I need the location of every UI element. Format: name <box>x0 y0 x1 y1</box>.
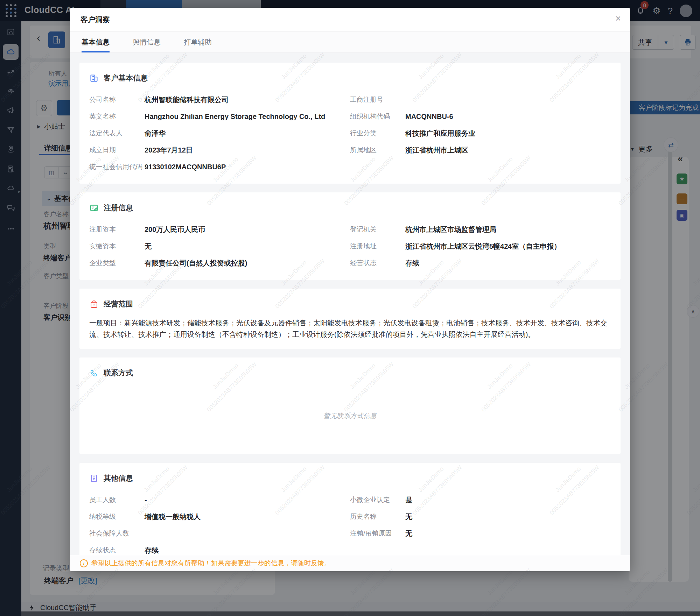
section-business-scope: 经营范围 一般项目：新兴能源技术研发；储能技术服务；光伏设备及元器件销售；太阳能… <box>79 289 621 349</box>
field-row: 小微企业认定是 <box>350 491 611 508</box>
business-scope-text: 一般项目：新兴能源技术研发；储能技术服务；光伏设备及元器件销售；太阳能发电技术服… <box>89 317 611 340</box>
field-row: 实缴资本无 <box>89 238 350 255</box>
field-label: 员工人数 <box>89 495 145 504</box>
fields-grid: 注册资本200万人民币人民币登记机关杭州市上城区市场监督管理局实缴资本无注册地址… <box>89 221 611 271</box>
field-label: 存续状态 <box>89 546 145 555</box>
tab-public-opinion[interactable]: 舆情信息 <box>133 31 161 52</box>
field-row: 所属地区浙江省杭州市上城区 <box>350 142 611 158</box>
field-value: 俞泽华 <box>145 129 166 138</box>
field-value: 杭州市上城区市场监督管理局 <box>405 225 496 234</box>
file-lines-icon <box>89 474 99 483</box>
info-icon: i <box>80 559 88 567</box>
field-value: 无 <box>405 512 412 522</box>
field-row: 注销/吊销原因无 <box>350 525 611 542</box>
field-value: 91330102MACQNNBU6P <box>145 163 226 171</box>
field-label: 纳税等级 <box>89 512 145 521</box>
screen: CloudCC AI 8 ⚙ ? <box>0 0 700 616</box>
modal-title: 客户洞察 <box>80 15 110 24</box>
notice-text: 希望以上提供的所有信息对您有所帮助！如果需要更进一步的信息，请随时反馈。 <box>91 559 331 568</box>
phone-icon <box>89 368 99 378</box>
field-label: 小微企业认定 <box>350 495 405 504</box>
field-row: 存续状态存续 <box>89 542 350 555</box>
field-row: 公司名称杭州智联能储科技有限公司 <box>89 91 350 108</box>
field-label: 组织机构代码 <box>350 112 405 121</box>
section-title: 联系方式 <box>104 368 133 378</box>
section-title: 其他信息 <box>104 473 133 483</box>
customer-insight-modal: 客户洞察 × 基本信息 舆情信息 打单辅助 客户基本信息 公司名称杭州智联能储科… <box>70 8 630 571</box>
field-label: 注销/吊销原因 <box>350 529 405 538</box>
field-row: 经营状态存续 <box>350 255 611 271</box>
field-label: 历史名称 <box>350 512 405 521</box>
field-value: 2023年7月12日 <box>145 146 193 155</box>
field-value: - <box>145 496 147 504</box>
field-label: 公司名称 <box>89 95 145 104</box>
field-row: 组织机构代码MACQNNBU-6 <box>350 108 611 125</box>
field-label: 实缴资本 <box>89 242 145 251</box>
certificate-icon <box>89 203 99 213</box>
field-row: 成立日期2023年7月12日 <box>89 142 350 158</box>
field-row: 员工人数- <box>89 491 350 508</box>
field-label: 注册资本 <box>89 225 145 234</box>
field-row: 纳税等级增值税一般纳税人 <box>89 508 350 525</box>
contact-empty-zone: 暂无联系方式信息 <box>89 386 611 446</box>
field-label: 企业类型 <box>89 259 145 268</box>
field-value: 科技推广和应用服务业 <box>405 129 475 138</box>
fields-grid: 公司名称杭州智联能储科技有限公司工商注册号英文名称Hangzhou Zhilia… <box>89 91 611 175</box>
field-value: MACQNNBU-6 <box>405 113 453 121</box>
section-registration: 注册信息 注册资本200万人民币人民币登记机关杭州市上城区市场监督管理局实缴资本… <box>79 192 621 280</box>
field-label: 所属地区 <box>350 146 405 155</box>
building-icon <box>89 73 99 83</box>
contact-empty-text: 暂无联系方式信息 <box>323 411 377 420</box>
field-row: 企业类型有限责任公司(自然人投资或控股) <box>89 255 350 271</box>
field-row: 历史名称无 <box>350 508 611 525</box>
field-label: 成立日期 <box>89 146 145 155</box>
field-value: 无 <box>145 242 152 251</box>
modal-tabs: 基本信息 舆情信息 打单辅助 <box>70 31 630 53</box>
field-value: 是 <box>405 495 412 505</box>
section-title: 注册信息 <box>104 203 133 213</box>
section-contact: 联系方式 暂无联系方式信息 <box>79 357 621 454</box>
field-value: 浙江省杭州市上城区 <box>405 146 468 155</box>
tab-deal-assist[interactable]: 打单辅助 <box>184 31 212 52</box>
modal-body: 客户基本信息 公司名称杭州智联能储科技有限公司工商注册号英文名称Hangzhou… <box>70 53 630 555</box>
field-label: 工商注册号 <box>350 95 405 104</box>
field-label: 英文名称 <box>89 112 145 121</box>
field-label: 行业分类 <box>350 129 405 138</box>
tab-basic-info[interactable]: 基本信息 <box>82 31 110 52</box>
field-label: 法定代表人 <box>89 129 145 138</box>
field-label: 统一社会信用代码 <box>89 162 145 171</box>
field-row: 统一社会信用代码91330102MACQNNBU6P <box>89 158 350 175</box>
modal-header: 客户洞察 × <box>70 8 630 31</box>
field-row: 社会保障人数 <box>89 525 350 542</box>
field-row: 注册资本200万人民币人民币 <box>89 221 350 238</box>
field-row: 登记机关杭州市上城区市场监督管理局 <box>350 221 611 238</box>
section-customer-basic: 客户基本信息 公司名称杭州智联能储科技有限公司工商注册号英文名称Hangzhou… <box>79 63 621 184</box>
field-value: 杭州智联能储科技有限公司 <box>145 95 229 105</box>
section-other-info: 其他信息 员工人数-小微企业认定是纳税等级增值税一般纳税人历史名称无社会保障人数… <box>79 463 621 555</box>
field-value: 增值税一般纳税人 <box>145 512 201 522</box>
shopping-bag-icon <box>89 299 99 309</box>
field-value: 浙江省杭州市上城区云悦湾5幢424室（自主申报） <box>405 242 561 251</box>
field-label: 登记机关 <box>350 225 405 234</box>
field-row: 法定代表人俞泽华 <box>89 125 350 142</box>
field-value: 200万人民币人民币 <box>145 225 205 234</box>
field-value: 有限责任公司(自然人投资或控股) <box>145 259 247 268</box>
field-row: 英文名称Hangzhou Zhilian Energy Storage Tech… <box>89 108 350 125</box>
fields-grid: 员工人数-小微企业认定是纳税等级增值税一般纳税人历史名称无社会保障人数注销/吊销… <box>89 491 611 555</box>
close-icon[interactable]: × <box>615 14 621 23</box>
field-value: Hangzhou Zhilian Energy Storage Technolo… <box>145 113 325 121</box>
field-label: 注册地址 <box>350 242 405 251</box>
field-value: 存续 <box>405 259 419 268</box>
modal-notice: i 希望以上提供的所有信息对您有所帮助！如果需要更进一步的信息，请随时反馈。 <box>70 555 630 571</box>
field-row: 行业分类科技推广和应用服务业 <box>350 125 611 142</box>
field-label: 经营状态 <box>350 259 405 268</box>
field-row: 注册地址浙江省杭州市上城区云悦湾5幢424室（自主申报） <box>350 238 611 255</box>
section-title: 经营范围 <box>104 299 133 309</box>
field-row: 工商注册号 <box>350 91 611 108</box>
field-value: 存续 <box>145 546 159 555</box>
field-value: 无 <box>405 529 412 538</box>
field-label: 社会保障人数 <box>89 529 145 538</box>
section-title: 客户基本信息 <box>104 73 148 83</box>
